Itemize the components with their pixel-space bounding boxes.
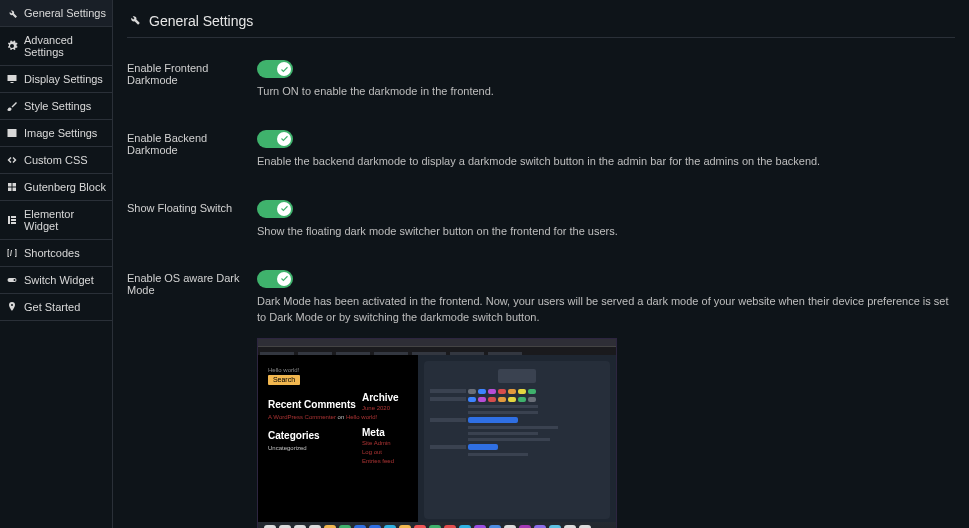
pin-icon (6, 301, 18, 313)
setting-enable-frontend-darkmode: Enable Frontend Darkmode Turn ON to enab… (127, 60, 955, 100)
shortcode-icon (6, 247, 18, 259)
image-icon (6, 127, 18, 139)
sidebar-item-label: Style Settings (24, 100, 91, 112)
elementor-icon (6, 214, 18, 226)
sidebar-item-elementor-widget[interactable]: Elementor Widget (0, 201, 112, 240)
switch-icon (6, 274, 18, 286)
setting-enable-os-aware-dark-mode: Enable OS aware Dark Mode Dark Mode has … (127, 270, 955, 326)
sidebar-item-general-settings[interactable]: General Settings (0, 0, 112, 27)
sidebar-item-advanced-settings[interactable]: Advanced Settings (0, 27, 112, 66)
setting-label: Show Floating Switch (127, 200, 257, 240)
wrench-icon (6, 7, 18, 19)
setting-label: Enable Frontend Darkmode (127, 60, 257, 100)
sidebar-item-label: General Settings (24, 7, 106, 19)
sidebar-item-shortcodes[interactable]: Shortcodes (0, 240, 112, 267)
setting-description: Enable the backend darkmode to display a… (257, 154, 955, 170)
check-icon (277, 272, 291, 286)
sidebar-item-label: Gutenberg Block (24, 181, 106, 193)
page-header: General Settings (127, 12, 955, 38)
setting-label: Enable OS aware Dark Mode (127, 270, 257, 326)
toggle-backend-darkmode[interactable] (257, 130, 293, 148)
sidebar-item-style-settings[interactable]: Style Settings (0, 93, 112, 120)
sidebar-item-label: Image Settings (24, 127, 97, 139)
sidebar-item-label: Display Settings (24, 73, 103, 85)
setting-enable-backend-darkmode: Enable Backend Darkmode Enable the backe… (127, 130, 955, 170)
toggle-floating-switch[interactable] (257, 200, 293, 218)
check-icon (277, 62, 291, 76)
preview-dock (258, 522, 616, 528)
brush-icon (6, 100, 18, 112)
gear-icon (6, 40, 18, 52)
setting-label: Enable Backend Darkmode (127, 130, 257, 170)
sidebar-item-label: Advanced Settings (24, 34, 106, 58)
sidebar-item-label: Shortcodes (24, 247, 80, 259)
setting-show-floating-switch: Show Floating Switch Show the floating d… (127, 200, 955, 240)
check-icon (277, 132, 291, 146)
sidebar-item-label: Switch Widget (24, 274, 94, 286)
sidebar-item-label: Custom CSS (24, 154, 88, 166)
wrench-icon (127, 12, 141, 29)
preview-search-btn: Search (268, 375, 300, 385)
toggle-os-aware[interactable] (257, 270, 293, 288)
code-icon (6, 154, 18, 166)
display-icon (6, 73, 18, 85)
sidebar-item-display-settings[interactable]: Display Settings (0, 66, 112, 93)
main-content: General Settings Enable Frontend Darkmod… (113, 0, 969, 528)
toggle-frontend-darkmode[interactable] (257, 60, 293, 78)
sidebar-item-label: Get Started (24, 301, 80, 313)
sidebar-item-custom-css[interactable]: Custom CSS (0, 147, 112, 174)
sidebar-item-label: Elementor Widget (24, 208, 106, 232)
page-title: General Settings (149, 13, 253, 29)
setting-description: Show the floating dark mode switcher but… (257, 224, 955, 240)
sidebar-item-image-settings[interactable]: Image Settings (0, 120, 112, 147)
sidebar-item-gutenberg-block[interactable]: Gutenberg Block (0, 174, 112, 201)
block-icon (6, 181, 18, 193)
check-icon (277, 202, 291, 216)
sidebar-item-switch-widget[interactable]: Switch Widget (0, 267, 112, 294)
setting-description: Dark Mode has been activated in the fron… (257, 294, 955, 326)
sidebar-item-get-started[interactable]: Get Started (0, 294, 112, 321)
darkmode-preview-image: Hello world! Search Recent Comments A Wo… (257, 338, 617, 528)
setting-description: Turn ON to enable the darkmode in the fr… (257, 84, 955, 100)
settings-sidebar: General Settings Advanced Settings Displ… (0, 0, 113, 528)
